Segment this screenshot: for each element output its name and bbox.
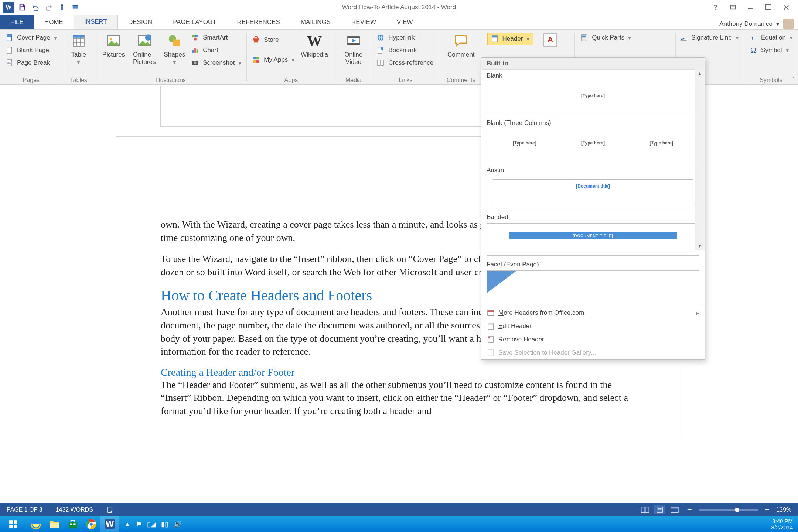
symbol-button[interactable]: ΩSymbol▾ bbox=[749, 45, 793, 55]
cross-reference-button[interactable]: Cross-reference bbox=[376, 58, 435, 68]
svg-rect-12 bbox=[7, 60, 12, 62]
tray-flag-icon[interactable]: ⚑ bbox=[136, 520, 142, 528]
taskbar-ie-icon[interactable] bbox=[27, 516, 45, 532]
svg-rect-67 bbox=[70, 524, 72, 525]
print-layout-icon[interactable] bbox=[654, 505, 665, 514]
tab-mailings[interactable]: MAILINGS bbox=[290, 15, 341, 29]
remove-header-button[interactable]: Remove Header bbox=[481, 333, 705, 346]
maximize-icon[interactable] bbox=[760, 2, 777, 13]
account-name[interactable]: Anthony Domanico▾ bbox=[719, 19, 798, 29]
header-option-banded[interactable]: Banded [DOCUMENT TITLE] bbox=[481, 211, 705, 259]
bookmark-button[interactable]: Bookmark bbox=[376, 45, 435, 55]
svg-rect-11 bbox=[7, 47, 12, 54]
table-button[interactable]: Table▾ bbox=[68, 31, 90, 68]
wikipedia-button[interactable]: WWikipedia bbox=[299, 31, 330, 65]
header-option-austin[interactable]: Austin [Document title] bbox=[481, 164, 705, 211]
taskbar-chrome-icon[interactable] bbox=[82, 516, 100, 532]
ribbon-tabs: FILE HOME INSERT DESIGN PAGE LAYOUT REFE… bbox=[0, 15, 798, 29]
equation-button[interactable]: πEquation▾ bbox=[749, 33, 793, 43]
tray-battery-icon[interactable]: ▮▯ bbox=[161, 520, 168, 528]
tab-insert[interactable]: INSERT bbox=[74, 15, 118, 29]
tray-network-icon[interactable]: ▯◢ bbox=[147, 520, 156, 528]
group-links: Hyperlink Bookmark Cross-reference Links bbox=[371, 30, 440, 84]
quick-access-toolbar: W bbox=[0, 2, 81, 13]
hyperlink-button[interactable]: Hyperlink bbox=[376, 33, 435, 43]
start-button[interactable] bbox=[0, 516, 27, 532]
group-label: Tables bbox=[62, 77, 95, 83]
signature-line-button[interactable]: Signature Line▾ bbox=[679, 33, 739, 43]
svg-rect-42 bbox=[492, 36, 497, 38]
minimize-icon[interactable] bbox=[743, 2, 759, 13]
svg-rect-21 bbox=[173, 40, 180, 46]
svg-rect-61 bbox=[9, 525, 13, 528]
word-logo-icon: W bbox=[3, 2, 14, 13]
header-option-facet[interactable]: Facet (Even Page) bbox=[481, 259, 705, 306]
zoom-out-button[interactable]: − bbox=[684, 505, 695, 515]
edit-header-button[interactable]: Edit Header bbox=[481, 320, 705, 333]
taskbar-clock[interactable]: 8:40 PM8/2/2014 bbox=[771, 518, 798, 531]
group-label: Comments bbox=[440, 77, 482, 83]
zoom-in-button[interactable]: + bbox=[761, 505, 773, 515]
undo-icon[interactable] bbox=[30, 2, 41, 13]
smartart-button[interactable]: SmartArt bbox=[191, 33, 242, 43]
windows-taskbar: W ▲ ⚑ ▯◢ ▮▯ 🔊 8:40 PM8/2/2014 bbox=[0, 516, 798, 532]
page-count[interactable]: PAGE 1 OF 3 bbox=[0, 507, 49, 513]
redo-icon[interactable] bbox=[44, 2, 54, 13]
close-icon[interactable] bbox=[778, 2, 794, 13]
help-icon[interactable]: ? bbox=[707, 2, 723, 13]
word-count[interactable]: 1432 WORDS bbox=[49, 507, 100, 513]
tab-design[interactable]: DESIGN bbox=[118, 15, 163, 29]
tab-references[interactable]: REFERENCES bbox=[227, 15, 290, 29]
tab-file[interactable]: FILE bbox=[0, 15, 34, 29]
gallery-scrollbar[interactable]: ▲ ▼ bbox=[695, 69, 705, 250]
qat-more-icon[interactable] bbox=[70, 2, 81, 13]
comment-button[interactable]: Comment bbox=[445, 31, 477, 60]
tab-view[interactable]: VIEW bbox=[386, 15, 423, 29]
tab-page-layout[interactable]: PAGE LAYOUT bbox=[163, 15, 226, 29]
text-box-button[interactable]: A bbox=[543, 33, 557, 47]
tray-volume-icon[interactable]: 🔊 bbox=[174, 520, 182, 528]
tab-review[interactable]: REVIEW bbox=[341, 15, 386, 29]
screenshot-button[interactable]: Screenshot▾ bbox=[191, 58, 242, 68]
svg-rect-50 bbox=[488, 323, 494, 325]
scroll-down-icon[interactable]: ▼ bbox=[695, 241, 705, 250]
header-option-blank-three-columns[interactable]: Blank (Three Columns) [Type here][Type h… bbox=[481, 117, 705, 164]
svg-rect-31 bbox=[256, 57, 259, 59]
zoom-slider[interactable] bbox=[699, 509, 758, 511]
store-button[interactable]: Store bbox=[252, 35, 295, 45]
my-apps-button[interactable]: My Apps▾ bbox=[252, 55, 295, 65]
status-bar: PAGE 1 OF 3 1432 WORDS − + 139% bbox=[0, 503, 798, 516]
shapes-button[interactable]: Shapes▾ bbox=[161, 31, 187, 68]
web-layout-icon[interactable] bbox=[669, 505, 680, 514]
blank-page-button[interactable]: Blank Page bbox=[5, 45, 57, 55]
header-option-blank[interactable]: Blank [Type here] bbox=[481, 70, 705, 117]
page-break-button[interactable]: Page Break bbox=[5, 58, 57, 68]
pictures-button[interactable]: Pictures bbox=[100, 31, 127, 68]
taskbar-word-icon[interactable]: W bbox=[100, 516, 119, 532]
scroll-up-icon[interactable]: ▲ bbox=[695, 69, 705, 78]
tab-home[interactable]: HOME bbox=[34, 15, 74, 29]
zoom-level[interactable]: 139% bbox=[776, 507, 791, 513]
online-video-button[interactable]: Online Video bbox=[341, 31, 366, 67]
svg-point-29 bbox=[194, 61, 196, 64]
tray-up-icon[interactable]: ▲ bbox=[124, 521, 131, 528]
avatar bbox=[783, 19, 794, 29]
touch-mode-icon[interactable] bbox=[57, 2, 67, 13]
more-headers-link[interactable]: More Headers from Office.com▸ bbox=[481, 306, 705, 320]
spell-check-icon[interactable] bbox=[100, 506, 121, 514]
save-icon[interactable] bbox=[17, 2, 27, 13]
svg-rect-30 bbox=[253, 57, 256, 59]
chart-button[interactable]: Chart bbox=[191, 45, 242, 55]
cover-page-button[interactable]: Cover Page▾ bbox=[5, 33, 57, 43]
read-mode-icon[interactable] bbox=[640, 505, 651, 514]
collapse-ribbon-icon[interactable]: ⌃ bbox=[791, 76, 796, 83]
ribbon-display-options-icon[interactable] bbox=[725, 2, 741, 13]
header-dropdown[interactable]: Header▾ bbox=[487, 33, 533, 45]
taskbar-explorer-icon[interactable] bbox=[45, 516, 64, 532]
svg-rect-1 bbox=[20, 7, 24, 10]
user-name-label: Anthony Domanico bbox=[719, 20, 773, 28]
system-tray[interactable]: ▲ ⚑ ▯◢ ▮▯ 🔊 bbox=[119, 520, 187, 528]
online-pictures-button[interactable]: Online Pictures bbox=[131, 31, 158, 68]
taskbar-store-icon[interactable] bbox=[64, 516, 82, 532]
svg-rect-40 bbox=[381, 60, 383, 66]
